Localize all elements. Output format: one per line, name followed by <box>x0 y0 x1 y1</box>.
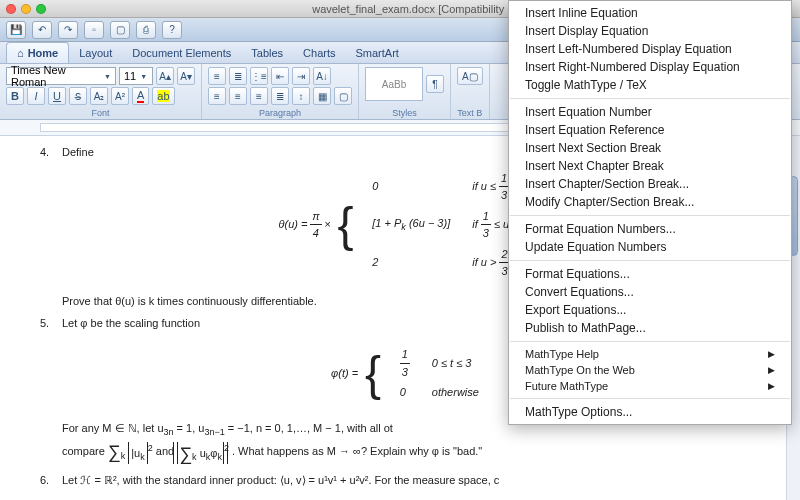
item-number: 5. <box>40 315 62 466</box>
font-name-select[interactable]: Times New Roman▼ <box>6 67 116 85</box>
group-font: Times New Roman▼ 11▼ A▴ A▾ B I U S̶ A₂ A… <box>0 64 202 119</box>
menu-item[interactable]: Export Equations... <box>509 301 791 319</box>
menu-item[interactable]: Update Equation Numbers <box>509 238 791 256</box>
group-styles: AaBb ¶ Styles <box>359 64 451 119</box>
group-label: Font <box>6 108 195 118</box>
numbering-button[interactable]: ≣ <box>229 67 247 85</box>
menu-item-submenu[interactable]: MathType Help▶ <box>509 346 791 362</box>
styles-gallery[interactable]: AaBb <box>365 67 423 101</box>
menu-item[interactable]: Insert Equation Reference <box>509 121 791 139</box>
print-button[interactable]: ⎙ <box>136 21 156 39</box>
text: compare ∑k |uk2 and ∑k ukφk2 . What happ… <box>62 439 760 466</box>
tab-home[interactable]: ⌂Home <box>6 42 69 63</box>
menu-item[interactable]: Insert Display Equation <box>509 22 791 40</box>
multilevel-button[interactable]: ⋮≡ <box>250 67 268 85</box>
group-paragraph: ≡ ≣ ⋮≡ ⇤ ⇥ A↓ ≡ ≡ ≡ ≣ ↕ ▦ ▢ Paragraph <box>202 64 359 119</box>
chevron-right-icon: ▶ <box>768 365 775 375</box>
textbox-button[interactable]: A▢ <box>457 67 483 85</box>
strike-button[interactable]: S̶ <box>69 87 87 105</box>
menu-item[interactable]: Publish to MathPage... <box>509 319 791 337</box>
grow-font-button[interactable]: A▴ <box>156 67 174 85</box>
indent-right-button[interactable]: ⇥ <box>292 67 310 85</box>
text: Let ℋ = ℝ², with the standard inner prod… <box>62 472 760 489</box>
indent-left-button[interactable]: ⇤ <box>271 67 289 85</box>
menu-item-submenu[interactable]: MathType On the Web▶ <box>509 362 791 378</box>
chevron-right-icon: ▶ <box>768 381 775 391</box>
item-number: 4. <box>40 144 62 309</box>
borders-button[interactable]: ▢ <box>334 87 352 105</box>
list-item: 6. Let ℋ = ℝ², with the standard inner p… <box>40 472 760 489</box>
undo-button[interactable]: ↶ <box>32 21 52 39</box>
highlight-button[interactable]: ab <box>152 87 174 105</box>
menu-item[interactable]: Format Equation Numbers... <box>509 220 791 238</box>
align-right-button[interactable]: ≡ <box>250 87 268 105</box>
chevron-down-icon: ▼ <box>104 73 111 80</box>
align-left-button[interactable]: ≡ <box>208 87 226 105</box>
menu-item[interactable]: Modify Chapter/Section Break... <box>509 193 791 211</box>
minimize-icon[interactable] <box>21 4 31 14</box>
group-label: Styles <box>365 108 444 118</box>
subscript-button[interactable]: A₂ <box>90 87 108 105</box>
menu-item[interactable]: Insert Right-Numbered Display Equation <box>509 58 791 76</box>
menu-item[interactable]: Insert Next Chapter Break <box>509 157 791 175</box>
line-spacing-button[interactable]: ↕ <box>292 87 310 105</box>
mathtype-menu: Insert Inline Equation Insert Display Eq… <box>508 0 792 425</box>
item-number: 6. <box>40 472 62 489</box>
chevron-right-icon: ▶ <box>768 349 775 359</box>
font-color-button[interactable]: A <box>132 87 149 105</box>
traffic-lights <box>6 4 46 14</box>
menu-item[interactable]: Insert Equation Number <box>509 103 791 121</box>
menu-separator <box>510 341 790 342</box>
font-size-select[interactable]: 11▼ <box>119 67 153 85</box>
close-icon[interactable] <box>6 4 16 14</box>
tab-layout[interactable]: Layout <box>69 43 122 63</box>
sort-button[interactable]: A↓ <box>313 67 331 85</box>
menu-item[interactable]: Insert Next Section Break <box>509 139 791 157</box>
justify-button[interactable]: ≣ <box>271 87 289 105</box>
home-icon: ⌂ <box>17 47 24 59</box>
tab-smartart[interactable]: SmartArt <box>346 43 409 63</box>
group-label: Text B <box>457 108 483 118</box>
shading-button[interactable]: ▦ <box>313 87 331 105</box>
save-button[interactable]: 💾 <box>6 21 26 39</box>
zoom-icon[interactable] <box>36 4 46 14</box>
group-label: Paragraph <box>208 108 352 118</box>
menu-item[interactable]: Toggle MathType / TeX <box>509 76 791 94</box>
menu-separator <box>510 98 790 99</box>
menu-item[interactable]: Insert Inline Equation <box>509 4 791 22</box>
align-center-button[interactable]: ≡ <box>229 87 247 105</box>
bold-button[interactable]: B <box>6 87 24 105</box>
tab-tables[interactable]: Tables <box>241 43 293 63</box>
bullets-button[interactable]: ≡ <box>208 67 226 85</box>
tab-charts[interactable]: Charts <box>293 43 345 63</box>
shrink-font-button[interactable]: A▾ <box>177 67 195 85</box>
superscript-button[interactable]: A² <box>111 87 129 105</box>
menu-item[interactable]: Convert Equations... <box>509 283 791 301</box>
group-insert: A▢ Text B <box>451 64 490 119</box>
new-button[interactable]: ▫ <box>84 21 104 39</box>
redo-button[interactable]: ↷ <box>58 21 78 39</box>
help-button[interactable]: ? <box>162 21 182 39</box>
menu-separator <box>510 260 790 261</box>
menu-separator <box>510 398 790 399</box>
chevron-down-icon: ▼ <box>140 73 147 80</box>
open-button[interactable]: ▢ <box>110 21 130 39</box>
menu-item[interactable]: Format Equations... <box>509 265 791 283</box>
menu-item[interactable]: Insert Left-Numbered Display Equation <box>509 40 791 58</box>
italic-button[interactable]: I <box>27 87 45 105</box>
styles-pane-button[interactable]: ¶ <box>426 75 444 93</box>
menu-item-submenu[interactable]: Future MathType▶ <box>509 378 791 394</box>
tab-document-elements[interactable]: Document Elements <box>122 43 241 63</box>
menu-separator <box>510 215 790 216</box>
underline-button[interactable]: U <box>48 87 66 105</box>
menu-item[interactable]: MathType Options... <box>509 403 791 421</box>
menu-item[interactable]: Insert Chapter/Section Break... <box>509 175 791 193</box>
